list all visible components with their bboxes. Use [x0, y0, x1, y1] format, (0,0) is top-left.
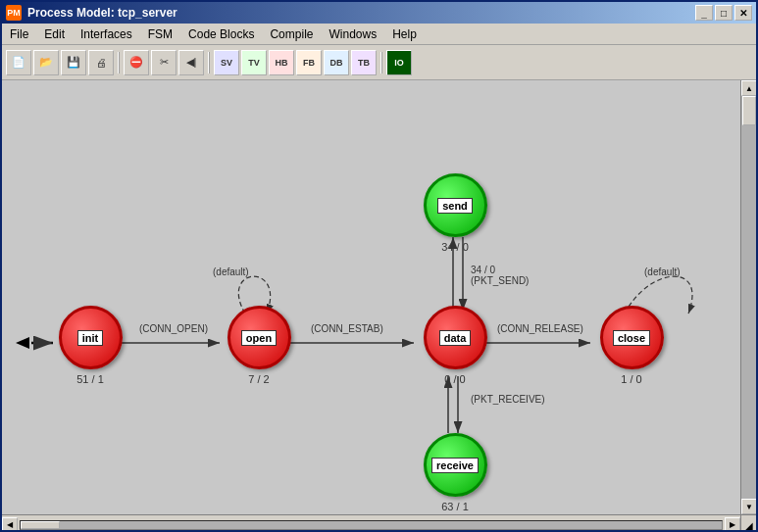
toolbar-sep-1 — [118, 52, 120, 73]
hscroll-track[interactable] — [20, 520, 723, 530]
sv-button[interactable]: SV — [214, 50, 239, 75]
state-init-count: 51 / 1 — [76, 373, 104, 385]
state-send-label: send — [437, 198, 473, 214]
menu-help[interactable]: Help — [384, 24, 425, 44]
scrollbar-thumb[interactable] — [742, 96, 756, 125]
state-init-label: init — [77, 330, 104, 346]
state-open-circle[interactable]: open — [227, 306, 291, 369]
print-button[interactable]: 🖨 — [88, 50, 114, 75]
state-open-count: 7 / 2 — [248, 373, 269, 385]
scroll-left-button[interactable]: ◀ — [2, 517, 18, 533]
toolbar-sep-2 — [208, 52, 210, 73]
cut-button[interactable]: ✂ — [151, 50, 177, 75]
io-button[interactable]: IO — [386, 50, 412, 75]
menu-interfaces[interactable]: Interfaces — [73, 24, 140, 44]
save-button[interactable]: 💾 — [61, 50, 86, 75]
menu-windows[interactable]: Windows — [321, 24, 384, 44]
trans-close-default: (default) — [644, 266, 681, 277]
state-close-count: 1 / 0 — [621, 373, 641, 385]
close-button[interactable]: ✕ — [734, 5, 752, 21]
open-button[interactable]: 📂 — [33, 50, 59, 75]
state-init-circle[interactable]: init — [59, 306, 123, 369]
state-close-circle[interactable]: close — [600, 306, 664, 369]
state-receive-circle[interactable]: receive — [424, 433, 487, 497]
bottom-bar: ◀ ▶ ◢ — [2, 514, 756, 532]
state-data-count: 0 / 0 — [444, 373, 465, 385]
trans-conn-estab: (CONN_ESTAB) — [311, 323, 383, 334]
trans-open-default: (default) — [213, 266, 249, 277]
state-data-circle[interactable]: data — [424, 306, 487, 369]
state-receive-count: 63 / 1 — [441, 501, 469, 512]
toolbar-sep-3 — [380, 52, 382, 73]
state-open-label: open — [241, 330, 277, 346]
stop-button[interactable]: ⛔ — [124, 50, 149, 75]
state-data[interactable]: data 0 / 0 — [416, 306, 494, 385]
main-window: PM Process Model: tcp_server _ □ ✕ File … — [0, 0, 758, 532]
back-button[interactable]: ◀| — [178, 50, 204, 75]
scroll-right-button[interactable]: ▶ — [725, 517, 740, 533]
menu-fsm[interactable]: FSM — [140, 24, 180, 44]
app-icon-label: PM — [7, 8, 21, 18]
state-send-circle[interactable]: send — [424, 173, 487, 237]
state-init[interactable]: init 51 / 1 — [51, 306, 129, 385]
toolbar: 📄 📂 💾 🖨 ⛔ ✂ ◀| SV TV HB FB DB TB IO — [2, 45, 756, 80]
fsm-connections — [2, 80, 740, 514]
maximize-button[interactable]: □ — [715, 5, 733, 21]
trans-pkt-send: 34 / 0(PKT_SEND) — [471, 265, 529, 286]
app-icon: PM — [6, 5, 22, 21]
menu-code-blocks[interactable]: Code Blocks — [180, 24, 262, 44]
main-content: init 51 / 1 open 7 / 2 data 0 / 0 — [2, 80, 756, 514]
state-receive[interactable]: receive 63 / 1 — [416, 433, 494, 512]
menu-compile[interactable]: Compile — [262, 24, 321, 44]
scrollbar-vertical[interactable]: ▲ ▼ — [740, 80, 756, 514]
state-send-count: 34 / 0 — [441, 241, 469, 253]
window-controls: _ □ ✕ — [695, 5, 752, 21]
db-button[interactable]: DB — [324, 50, 349, 75]
svg-marker-3 — [16, 337, 29, 349]
hb-button[interactable]: HB — [269, 50, 294, 75]
menu-bar: File Edit Interfaces FSM Code Blocks Com… — [2, 24, 756, 45]
size-grip: ◢ — [740, 515, 756, 532]
window-title: Process Model: tcp_server — [27, 6, 695, 20]
menu-edit[interactable]: Edit — [36, 24, 73, 44]
title-bar: PM Process Model: tcp_server _ □ ✕ — [2, 2, 756, 24]
minimize-button[interactable]: _ — [695, 5, 713, 21]
new-button[interactable]: 📄 — [6, 50, 31, 75]
state-close[interactable]: close 1 / 0 — [592, 306, 671, 385]
fb-button[interactable]: FB — [296, 50, 322, 75]
hscroll-thumb[interactable] — [21, 521, 60, 529]
tb-button[interactable]: TB — [351, 50, 377, 75]
scrollbar-track[interactable] — [741, 96, 756, 499]
trans-pkt-receive: (PKT_RECEIVE) — [471, 394, 545, 405]
fsm-canvas-area[interactable]: init 51 / 1 open 7 / 2 data 0 / 0 — [2, 80, 740, 514]
trans-conn-open: (CONN_OPEN) — [139, 323, 208, 334]
state-data-label: data — [439, 330, 472, 346]
state-close-label: close — [613, 330, 650, 346]
state-receive-label: receive — [431, 458, 479, 473]
scroll-up-button[interactable]: ▲ — [741, 80, 757, 96]
scrollbar-horizontal[interactable]: ◀ ▶ — [2, 515, 740, 532]
state-open[interactable]: open 7 / 2 — [220, 306, 298, 385]
tv-button[interactable]: TV — [241, 50, 267, 75]
state-send[interactable]: send 34 / 0 — [416, 173, 494, 253]
trans-conn-release: (CONN_RELEASE) — [497, 323, 583, 334]
menu-file[interactable]: File — [2, 24, 36, 44]
scroll-down-button[interactable]: ▼ — [741, 499, 757, 514]
